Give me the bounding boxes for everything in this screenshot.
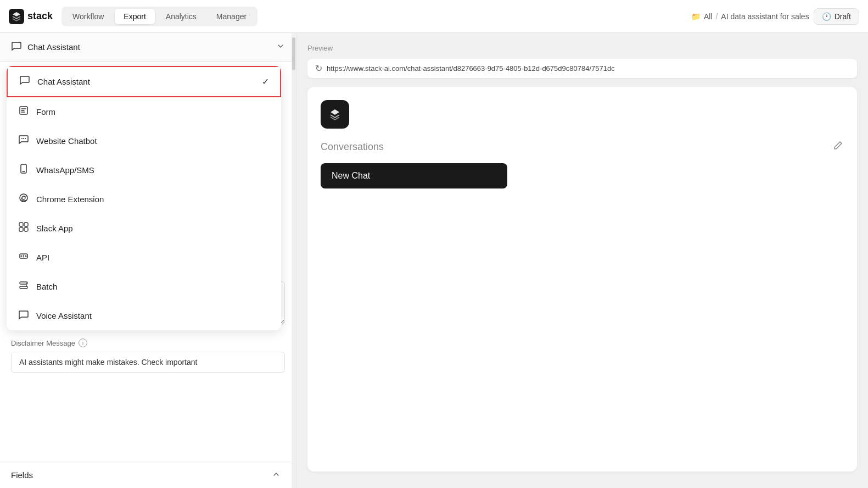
dropdown-item-voice[interactable]: Voice Assistant: [7, 301, 281, 330]
dropdown-selector[interactable]: Chat Assistant: [0, 33, 296, 62]
breadcrumb-project: AI data assistant for sales: [721, 12, 809, 21]
slack-icon: [18, 221, 30, 235]
main: Chat Assistant Chat Assistant ✓: [0, 33, 868, 488]
conversations-row: Conversations: [321, 140, 844, 154]
browser-url: https://www.stack-ai.com/chat-assistant/…: [327, 64, 849, 73]
svg-rect-8: [19, 223, 23, 226]
fields-label: Fields: [11, 470, 33, 480]
check-icon: ✓: [262, 76, 269, 87]
header-right: 📁 All / AI data assistant for sales 🕐 Dr…: [691, 8, 859, 25]
api-icon: [18, 251, 30, 264]
draft-label: Draft: [835, 12, 851, 21]
chat-card: Conversations New Chat: [307, 87, 857, 472]
dropdown-item-voice-label: Voice Assistant: [36, 311, 92, 320]
disclaimer-label: Disclaimer Message i: [11, 339, 285, 347]
breadcrumb-all[interactable]: All: [704, 12, 713, 21]
right-panel: Preview ↻ https://www.stack-ai.com/chat-…: [296, 33, 868, 488]
disclaimer-section: Disclaimer Message i: [11, 339, 285, 373]
form-icon: [18, 105, 30, 119]
dropdown-menu: Chat Assistant ✓ Form: [7, 66, 281, 330]
svg-rect-10: [19, 228, 23, 231]
dropdown-item-chat-assistant-label: Chat Assistant: [37, 77, 90, 86]
svg-point-7: [22, 196, 25, 199]
dropdown-item-whatsapp[interactable]: WhatsApp/SMS: [7, 156, 281, 185]
scrollbar-thumb: [292, 37, 295, 70]
dropdown-item-whatsapp-label: WhatsApp/SMS: [36, 165, 94, 175]
dropdown-item-form-label: Form: [36, 107, 55, 117]
dropdown-item-slack-label: Slack App: [36, 224, 73, 233]
dropdown-item-chat-assistant[interactable]: Chat Assistant ✓: [7, 66, 281, 97]
chrome-icon: [18, 192, 30, 206]
svg-point-2: [21, 138, 23, 139]
svg-point-4: [25, 138, 26, 139]
chat-logo-icon: [326, 106, 344, 123]
voice-icon: [18, 309, 30, 323]
tab-workflow[interactable]: Workflow: [64, 9, 113, 24]
preview-label: Preview: [307, 44, 857, 52]
dropdown-item-website-chatbot[interactable]: Website Chatbot: [7, 126, 281, 156]
info-icon: i: [79, 339, 87, 347]
dropdown-item-api[interactable]: API: [7, 243, 281, 272]
conversations-label: Conversations: [321, 141, 384, 153]
clock-icon: 🕐: [822, 12, 831, 21]
dropdown-selector-left: Chat Assistant: [11, 41, 80, 53]
chat-logo: [321, 100, 349, 129]
dropdown-selector-label: Chat Assistant: [27, 42, 80, 52]
dropdown-item-form[interactable]: Form: [7, 97, 281, 126]
header: stack Workflow Export Analytics Manager …: [0, 0, 868, 33]
disclaimer-label-text: Disclaimer Message: [11, 339, 75, 347]
dropdown-item-website-chatbot-label: Website Chatbot: [36, 136, 97, 146]
breadcrumb: 📁 All / AI data assistant for sales: [691, 12, 809, 21]
chat-assistant-selector-icon: [11, 41, 22, 53]
nav-tabs: Workflow Export Analytics Manager: [61, 7, 257, 26]
folder-icon: 📁: [691, 12, 701, 21]
fields-chevron-icon: [272, 470, 281, 480]
fields-section: Fields: [0, 462, 292, 488]
refresh-icon[interactable]: ↻: [315, 63, 322, 74]
logo-text: stack: [27, 10, 53, 22]
website-chatbot-icon: [18, 134, 30, 148]
dropdown-item-slack[interactable]: Slack App: [7, 214, 281, 243]
dropdown-item-chrome-label: Chrome Extension: [36, 195, 104, 204]
whatsapp-icon: [18, 163, 30, 177]
left-scrollbar[interactable]: [292, 33, 296, 488]
chevron-icon: [276, 42, 285, 53]
disclaimer-input[interactable]: [11, 352, 285, 373]
new-chat-button[interactable]: New Chat: [321, 163, 507, 188]
dropdown-item-batch-label: Batch: [36, 282, 57, 291]
tab-manager[interactable]: Manager: [208, 9, 255, 24]
svg-rect-11: [24, 228, 28, 231]
browser-bar: ↻ https://www.stack-ai.com/chat-assistan…: [307, 59, 857, 78]
svg-point-3: [23, 138, 24, 139]
dropdown-item-batch[interactable]: Batch: [7, 272, 281, 301]
tab-export[interactable]: Export: [115, 9, 154, 24]
dropdown-item-api-label: API: [36, 253, 49, 262]
edit-icon[interactable]: [832, 140, 844, 154]
left-panel: Chat Assistant Chat Assistant ✓: [0, 33, 296, 488]
tab-analytics[interactable]: Analytics: [157, 9, 205, 24]
logo[interactable]: stack: [9, 9, 53, 24]
chat-assistant-icon: [19, 75, 31, 88]
batch-icon: [18, 280, 30, 293]
svg-rect-9: [24, 223, 28, 226]
logo-icon: [9, 9, 24, 24]
breadcrumb-separator: /: [715, 12, 718, 21]
draft-button[interactable]: 🕐 Draft: [814, 8, 859, 25]
dropdown-item-chrome[interactable]: Chrome Extension: [7, 185, 281, 214]
